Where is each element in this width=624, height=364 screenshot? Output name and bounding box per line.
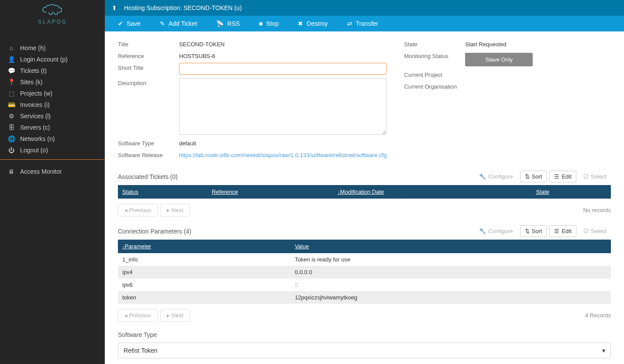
short-title-input[interactable] <box>179 63 386 75</box>
select-button[interactable]: ☑Select <box>579 225 611 237</box>
cubes-icon: ⬚ <box>7 90 16 97</box>
value-cell: 12pqxiczsjhvlwamytkoeg <box>290 291 611 304</box>
db-icon: 🗄 <box>7 124 16 131</box>
close-icon: ✖ <box>298 20 303 27</box>
software-type-label: Software Type <box>118 138 179 147</box>
state-label: State <box>404 39 465 48</box>
tickets-section-title: Associated Tickets (0) <box>118 173 178 180</box>
nav-login[interactable]: 👤Login Account (p) <box>0 54 105 65</box>
nav-access-monitor[interactable]: 🖥Access Monitor <box>0 166 105 177</box>
desktop-icon: 🖥 <box>7 168 16 175</box>
params-section-title: Connection Parameters (4) <box>118 228 191 235</box>
btn-label: Destroy <box>307 20 328 27</box>
current-org-label: Current Organisation <box>404 82 465 90</box>
col-state[interactable]: State <box>531 185 611 199</box>
upload-icon[interactable]: ⬆ <box>112 4 117 11</box>
configure-button[interactable]: 🔧Configure <box>475 225 517 237</box>
monitoring-label: Monitoring Status <box>404 51 465 59</box>
user-icon: 👤 <box>7 56 16 63</box>
software-type-select[interactable]: Re6st Token ▾ <box>118 343 611 358</box>
nav-services[interactable]: ⚙Services (l) <box>0 110 105 122</box>
software-release-label: Software Release <box>118 150 179 158</box>
chat-icon: 💬 <box>7 67 16 74</box>
save-button[interactable]: ✔Save <box>108 16 150 31</box>
current-project-label: Current Project <box>404 70 465 78</box>
stop-icon: ■ <box>259 20 262 27</box>
nav-sites[interactable]: 📍Sites (k) <box>0 76 105 88</box>
param-cell: 1_info <box>118 253 290 266</box>
rss-button[interactable]: 📡RSS <box>207 16 249 31</box>
nav-invoices[interactable]: 💳Invoices (i) <box>0 99 105 110</box>
description-label: Description <box>118 78 179 86</box>
list-icon: ☰ <box>554 173 559 180</box>
title-label: Title <box>118 39 179 48</box>
nav-label: Sites (k) <box>20 79 42 86</box>
edit-button[interactable]: ☰Edit <box>549 171 576 182</box>
nav-label: Networks (n) <box>20 135 55 142</box>
select-value: Re6st Token <box>124 347 158 354</box>
table-row[interactable]: ipv40.0.0.0 <box>118 266 611 278</box>
pencil-icon: ✎ <box>160 20 165 27</box>
nav-list-secondary: 🖥Access Monitor <box>0 163 105 177</box>
description-textarea[interactable] <box>179 78 386 135</box>
col-status[interactable]: Status <box>118 185 207 199</box>
power-icon: ⏻ <box>7 147 16 154</box>
state-value: Start Requested <box>465 39 611 48</box>
page-title: Hosting Subscription: SECOND-TOKEN (u) <box>124 4 242 11</box>
col-parameter[interactable]: ↓Parameter <box>118 240 290 253</box>
rss-icon: 📡 <box>216 20 224 27</box>
nav-networks[interactable]: 🌐Networks (n) <box>0 133 105 144</box>
params-table: ↓Parameter Value 1_infoToken is ready fo… <box>118 240 611 304</box>
monitoring-badge[interactable]: Slave Only <box>465 53 533 66</box>
chevron-down-icon: ▾ <box>602 347 605 354</box>
configure-button[interactable]: 🔧Configure <box>475 171 517 182</box>
no-records-label: No records <box>583 207 611 213</box>
logo-text: SLAPOS <box>0 19 105 25</box>
nav-label: Servers (c) <box>20 124 50 131</box>
tickets-table: Status Reference ↓Modification Date Stat… <box>118 185 611 199</box>
transfer-icon: ⇄ <box>347 20 352 27</box>
header-bar: ⬆ Hosting Subscription: SECOND-TOKEN (u) <box>105 0 624 16</box>
col-reference[interactable]: Reference <box>207 185 333 199</box>
table-row[interactable]: ipv6:: <box>118 278 611 291</box>
toolbar: ✔Save ✎Add Ticket 📡RSS ■Stop ✖Destroy ⇄T… <box>105 16 624 31</box>
current-project-value <box>465 70 611 72</box>
col-value[interactable]: Value <box>290 240 611 253</box>
prev-button[interactable]: ◂ Previous <box>118 204 158 216</box>
nav-label: Access Monitor <box>20 168 62 175</box>
sort-button[interactable]: ⇅Sort <box>520 171 547 182</box>
select-button[interactable]: ☑Select <box>579 171 611 182</box>
add-ticket-button[interactable]: ✎Add Ticket <box>150 16 207 31</box>
software-release-link[interactable]: https://lab.node.vifib.com/nexedi/slapos… <box>179 152 386 158</box>
table-row[interactable]: token12pqxiczsjhvlwamytkoeg <box>118 291 611 304</box>
sidebar: SLAPOS ⌂Home (h) 👤Login Account (p) 💬Tic… <box>0 0 105 364</box>
stop-button[interactable]: ■Stop <box>249 16 288 31</box>
list-icon: ☰ <box>554 228 559 234</box>
check-icon: ✔ <box>118 20 123 27</box>
record-count: 4 Records <box>585 312 611 319</box>
nav-logout[interactable]: ⏻Logout (o) <box>0 144 105 156</box>
wrench-icon: 🔧 <box>479 173 486 180</box>
nav-servers[interactable]: 🗄Servers (c) <box>0 122 105 133</box>
prev-button[interactable]: ◂ Previous <box>118 309 158 322</box>
value-cell: 0.0.0.0 <box>290 266 611 278</box>
btn-label: RSS <box>227 20 240 27</box>
nav-home[interactable]: ⌂Home (h) <box>0 42 105 54</box>
destroy-button[interactable]: ✖Destroy <box>288 16 337 31</box>
transfer-button[interactable]: ⇄Transfer <box>338 16 388 31</box>
logo[interactable]: SLAPOS <box>0 0 105 29</box>
next-button[interactable]: ▸ Next <box>160 204 190 216</box>
globe-icon: 🌐 <box>7 135 16 142</box>
nav-tickets[interactable]: 💬Tickets (t) <box>0 65 105 76</box>
table-row[interactable]: 1_infoToken is ready for use <box>118 253 611 266</box>
wrench-icon: 🔧 <box>479 228 486 234</box>
value-cell: Token is ready for use <box>290 253 611 266</box>
edit-button[interactable]: ☰Edit <box>549 225 576 237</box>
nav-projects[interactable]: ⬚Projects (w) <box>0 88 105 99</box>
reference-label: Reference <box>118 51 179 59</box>
col-moddate[interactable]: ↓Modification Date <box>333 185 531 199</box>
check-square-icon: ☑ <box>583 228 589 234</box>
card-icon: 💳 <box>7 101 16 108</box>
sort-button[interactable]: ⇅Sort <box>520 225 547 237</box>
next-button[interactable]: ▸ Next <box>160 309 190 322</box>
